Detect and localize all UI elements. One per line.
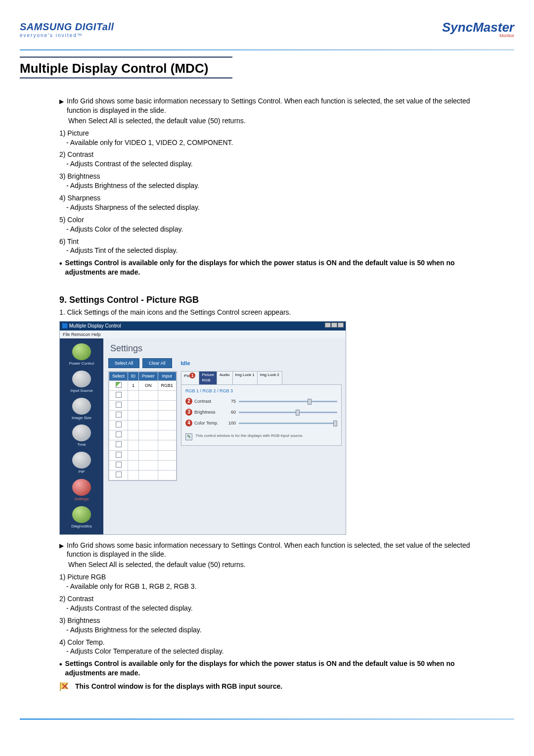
list-item: 2) Contrast- Adjusts Contrast of the sel… xyxy=(59,594,485,613)
rgb-subtext: RGB 1 / RGB 2 / RGB 3 xyxy=(185,388,337,394)
intro2-text: Info Grid shows some basic information n… xyxy=(67,541,485,560)
brand-right: SyncMaster Monitor xyxy=(442,20,514,38)
info-grid[interactable]: SelectIDPowerInput1ONRGB1 xyxy=(108,371,177,481)
list-item: 5) Color- Adjusts Color of the selected … xyxy=(59,215,485,234)
sidebar-item[interactable]: Image Size xyxy=(65,398,98,421)
list-item: 1) Picture- Available only for VIDEO 1, … xyxy=(59,129,485,147)
intro-line2: When Select All is selected, the default… xyxy=(68,116,485,126)
list-item: 2) Contrast- Adjusts Contrast of the sel… xyxy=(59,150,485,169)
tab-picture-rgb[interactable]: Picture RGB xyxy=(199,371,217,384)
section-9-heading: 9. Settings Control - Picture RGB xyxy=(59,294,485,306)
mdc-screenshot: 🟦 Multiple Display Control File Remocon … xyxy=(59,321,346,534)
intro2-line2: When Select All is selected, the default… xyxy=(68,560,485,569)
sidebar-item[interactable]: Diagnostics xyxy=(65,506,98,529)
table-row[interactable] xyxy=(109,421,177,430)
clear-all-button[interactable]: Clear All xyxy=(142,358,172,368)
table-row[interactable] xyxy=(109,440,177,450)
brand-left: SAMSUNG DIGITall everyone's invited™ xyxy=(20,21,114,38)
table-row[interactable] xyxy=(109,450,177,460)
sidebar-item[interactable]: Power Control xyxy=(65,343,98,367)
mdc-titlebar: 🟦 Multiple Display Control xyxy=(60,322,346,331)
arrow-icon: ▶ xyxy=(59,97,64,105)
callout-2: 2 xyxy=(185,398,192,405)
check-icon: ✎ xyxy=(185,433,192,440)
slider-color-temp-[interactable]: 4Color Temp.100 xyxy=(185,420,337,426)
bold-note-2: • Settings Control is available only for… xyxy=(59,659,485,678)
list-item: 3) Brightness- Adjusts Brightness of the… xyxy=(59,172,485,190)
list-item: 6) Tint- Adjusts Tint of the selected di… xyxy=(59,237,485,256)
sidebar-item[interactable]: Settings xyxy=(65,479,98,502)
slider-contrast[interactable]: 2Contrast75 xyxy=(185,398,337,405)
sidebar-item[interactable]: PIP xyxy=(65,452,98,475)
settings-list-1: 1) Picture- Available only for VIDEO 1, … xyxy=(59,129,485,256)
page-header: SAMSUNG DIGITall everyone's invited™ Syn… xyxy=(20,20,514,42)
tab-img-lock-2[interactable]: Img Lock 2 xyxy=(257,371,282,384)
slider-brightness[interactable]: 3Brightness60 xyxy=(185,409,337,416)
callout-4: 4 xyxy=(185,420,192,426)
select-all-button[interactable]: Select All xyxy=(108,358,139,368)
sidebar-item[interactable]: Input Source xyxy=(65,371,98,394)
callout-1: 1 xyxy=(189,373,195,378)
mdc-panel-heading: Settings xyxy=(110,342,342,354)
mdc-menubar[interactable]: File Remocon Help xyxy=(60,331,346,338)
tab-picture[interactable]: Pic1 xyxy=(181,371,199,384)
bold-note-1: • Settings Control is available only for… xyxy=(59,258,485,277)
list-item: 1) Picture RGB- Available only for RGB 1… xyxy=(59,572,485,591)
settings-list-2: 1) Picture RGB- Available only for RGB 1… xyxy=(59,572,485,656)
tab-img-lock-1[interactable]: Img Lock 1 xyxy=(232,371,258,384)
bullet-dot-icon: • xyxy=(59,258,62,269)
page-title: Multiple Display Control (MDC) xyxy=(20,58,514,77)
window-buttons[interactable] xyxy=(324,323,344,330)
table-row[interactable] xyxy=(109,470,177,480)
callout-3: 3 xyxy=(185,409,192,416)
intro-bullet: ▶ Info Grid shows some basic information… xyxy=(59,96,485,115)
list-item: 3) Brightness- Adjusts Brightness for th… xyxy=(59,616,485,635)
brand-right-name: SyncMaster xyxy=(442,20,514,35)
bullet-dot-icon: • xyxy=(59,659,62,670)
flag-icon xyxy=(59,682,71,692)
brand-left-name: SAMSUNG DIGITall xyxy=(20,21,114,33)
section-9-intro: 1. Click Settings of the main icons and … xyxy=(59,308,485,317)
arrow-icon: ▶ xyxy=(59,542,64,550)
sidebar-item[interactable]: Time xyxy=(65,425,98,448)
panel-note: ✎ This control window is for the display… xyxy=(185,433,337,440)
table-row[interactable] xyxy=(109,460,177,470)
footer-divider xyxy=(20,718,514,720)
header-divider xyxy=(20,49,514,50)
status-idle: Idle xyxy=(181,360,190,367)
settings-tab-panel: Pic1 Picture RGB Audio Img Lock 1 Img Lo… xyxy=(181,371,342,446)
page-title-block: Multiple Display Control (MDC) xyxy=(20,56,514,79)
table-row[interactable] xyxy=(109,400,177,410)
footer-note: This Control window is for the displays … xyxy=(59,682,485,692)
mdc-sidebar: Power ControlInput SourceImage SizeTimeP… xyxy=(60,338,103,534)
table-row[interactable] xyxy=(109,430,177,440)
table-row[interactable]: 1ONRGB1 xyxy=(109,380,177,390)
tab-audio[interactable]: Audio xyxy=(217,371,232,384)
intro2-bullet: ▶ Info Grid shows some basic information… xyxy=(59,541,485,560)
list-item: 4) Sharpness- Adjusts Sharpness of the s… xyxy=(59,193,485,212)
table-row[interactable] xyxy=(109,410,177,420)
table-row[interactable] xyxy=(109,390,177,400)
list-item: 4) Color Temp.- Adjusts Color Temperatur… xyxy=(59,638,485,657)
brand-left-tagline: everyone's invited™ xyxy=(20,33,114,38)
intro-text: Info Grid shows some basic information n… xyxy=(67,96,485,115)
